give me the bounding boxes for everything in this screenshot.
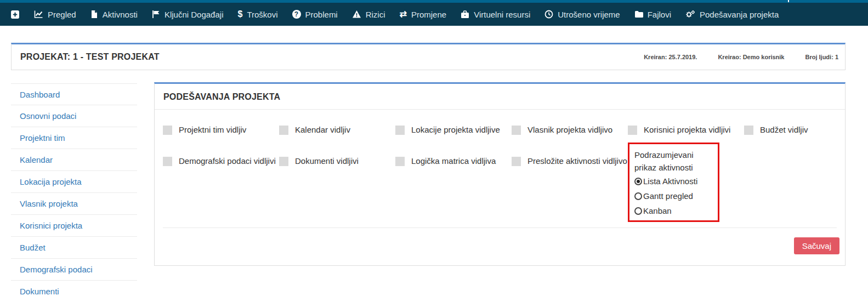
checkbox-kalendar-vidljiv[interactable]: Kalendar vidljiv [279, 123, 395, 136]
sidebar-item-vlasnik-projekta[interactable]: Vlasnik projekta [11, 193, 137, 215]
add-button[interactable] [3, 3, 27, 26]
checkbox-box[interactable] [512, 157, 521, 166]
settings-panel: PODEŠAVANJA PROJEKTA Projektni tim vidlj… [154, 82, 846, 266]
nav-item-label: Troškovi [247, 10, 277, 19]
sidebar-item-projektni-tim[interactable]: Projektni tim [11, 127, 137, 149]
checkbox-preslozite-aktivnosti-vidljivo[interactable]: Presložite aktivnosti vidljivo [512, 155, 628, 222]
radio-group-label: Podrazumjevani prikaz aktivnosti [634, 149, 714, 174]
nav-item-virtuelni-resursi[interactable]: Virtuelni resursi [453, 3, 537, 26]
nav-item-label: Pregled [48, 10, 76, 19]
nav-item-label: Promjene [411, 10, 446, 19]
swap-arrows-icon: ⇄ [400, 10, 407, 19]
radio-button[interactable] [634, 207, 642, 215]
checkbox-box[interactable] [744, 126, 753, 135]
browser-top-strip [0, 0, 868, 3]
nav-item-aktivnosti[interactable]: Aktivnosti [83, 3, 145, 26]
sidebar-item-demografski-podaci[interactable]: Demografski podaci [11, 259, 137, 281]
nav-item-fajlovi[interactable]: Fajlovi [627, 3, 678, 26]
checkbox-box[interactable] [512, 126, 521, 135]
meta-created: Kreiran: 25.7.2019. [644, 54, 697, 60]
nav-item-label: Virtuelni resursi [474, 10, 530, 19]
nav-item-problemi[interactable]: ? Problemi [285, 3, 345, 26]
file-icon [90, 10, 98, 19]
radio-kanban[interactable]: Kanban [634, 203, 714, 218]
radio-gantt-pregled[interactable]: Gantt pregled [634, 189, 714, 203]
save-button[interactable]: Sačuvaj [794, 237, 839, 254]
checkbox-vlasnik-projekta-vidljivo[interactable]: Vlasnik projekta vidljivo [512, 123, 628, 136]
nav-item-label: Aktivnosti [103, 10, 138, 19]
briefcase-icon [461, 10, 469, 19]
checkbox-demografski-podaci-vidljivi[interactable]: Demografski podaci vidljivi [163, 155, 279, 222]
nav-item-podesavanja-projekta[interactable]: Podešavanja projekta [678, 3, 786, 26]
checkbox-box[interactable] [163, 126, 172, 135]
radio-lista-aktivnosti[interactable]: Lista Aktivnosti [634, 174, 714, 189]
project-meta: Kreiran: 25.7.2019. Kreirao: Demo korisn… [644, 54, 845, 60]
flag-icon [152, 10, 160, 19]
page-title: PROJEKAT: 1 - TEST PROJEKAT [12, 52, 644, 62]
nav-item-utroseno-vrijeme[interactable]: Utrošeno vrijeme [537, 3, 627, 26]
sidebar-item-dashboard[interactable]: Dashboard [11, 83, 137, 105]
folder-icon [634, 10, 643, 18]
checkbox-box[interactable] [279, 157, 288, 166]
nav-item-label: Fajlovi [648, 10, 671, 19]
nav-item-troskovi[interactable]: $ Troškovi [230, 3, 285, 26]
meta-created-by: Kreirao: Demo korisnik [718, 54, 784, 60]
nav-item-label: Podešavanja projekta [700, 10, 779, 19]
project-header-panel: PROJEKAT: 1 - TEST PROJEKAT Kreiran: 25.… [11, 43, 846, 70]
sidebar: Dashboard Osnovni podaci Projektni tim K… [11, 83, 137, 296]
nav-item-kljucni-dogadaji[interactable]: Ključni Događaji [145, 3, 231, 26]
sidebar-item-dokumenti[interactable]: Dokumenti [11, 281, 137, 296]
nav-item-label: Ključni Događaji [164, 10, 224, 19]
dollar-icon: $ [237, 10, 242, 19]
clock-icon [544, 10, 553, 19]
cursor-tick [788, 0, 789, 2]
nav-item-label: Rizici [366, 10, 385, 19]
checkbox-budzet-vidljiv[interactable]: Budžet vidljiv [744, 123, 837, 136]
checkbox-logicka-matrica-vidljiva[interactable]: Logička matrica vidljiva [395, 155, 512, 222]
checkbox-box[interactable] [628, 126, 637, 135]
main-navbar: Pregled Aktivnosti Ključni Događaji $ Tr… [0, 3, 868, 26]
checkbox-box[interactable] [395, 126, 405, 135]
red-highlight-box: Podrazumjevani prikaz aktivnosti Lista A… [628, 143, 719, 222]
checkbox-projektni-tim-vidljiv[interactable]: Projektni tim vidljiv [163, 123, 279, 136]
empty-cell [744, 155, 837, 222]
meta-people-count: Broj ljudi: 1 [805, 54, 838, 60]
nav-item-rizici[interactable]: Rizici [345, 3, 393, 26]
checkbox-dokumenti-vidljivi[interactable]: Dokumenti vidljivi [279, 155, 395, 222]
checkbox-box[interactable] [163, 157, 172, 166]
settings-title: PODEŠAVANJA PROJEKTA [155, 84, 845, 110]
gears-icon [685, 10, 695, 19]
nav-item-label: Utrošeno vrijeme [558, 10, 620, 19]
question-circle-icon: ? [292, 10, 301, 19]
checkbox-box[interactable] [395, 157, 405, 166]
sidebar-item-budzet[interactable]: Budžet [11, 237, 137, 259]
checkbox-korisnici-projekta-vidljivi[interactable]: Korisnici projekta vidljivi [628, 123, 744, 136]
settings-checkbox-grid: Projektni tim vidljiv Kalendar vidljiv L… [163, 123, 837, 222]
sidebar-item-kalendar[interactable]: Kalendar [11, 149, 137, 171]
chart-line-icon [34, 10, 43, 19]
sidebar-item-osnovni-podaci[interactable]: Osnovni podaci [11, 105, 137, 127]
radio-box-cell: Podrazumjevani prikaz aktivnosti Lista A… [628, 155, 744, 222]
nav-item-label: Problemi [305, 10, 338, 19]
plus-square-icon [10, 10, 20, 19]
checkbox-box[interactable] [279, 126, 288, 135]
checkbox-lokacije-projekta-vidljive[interactable]: Lokacije projekta vidljive [395, 123, 512, 136]
sidebar-item-lokacija-projekta[interactable]: Lokacija projekta [11, 171, 137, 193]
nav-item-pregled[interactable]: Pregled [27, 3, 83, 26]
radio-button[interactable] [634, 178, 642, 185]
nav-item-promjene[interactable]: ⇄ Promjene [393, 3, 454, 26]
settings-footer: Sačuvaj [155, 228, 845, 265]
radio-button[interactable] [634, 192, 642, 200]
warning-triangle-icon [352, 10, 361, 19]
sidebar-item-korisnici-projekta[interactable]: Korisnici projekta [11, 215, 137, 237]
